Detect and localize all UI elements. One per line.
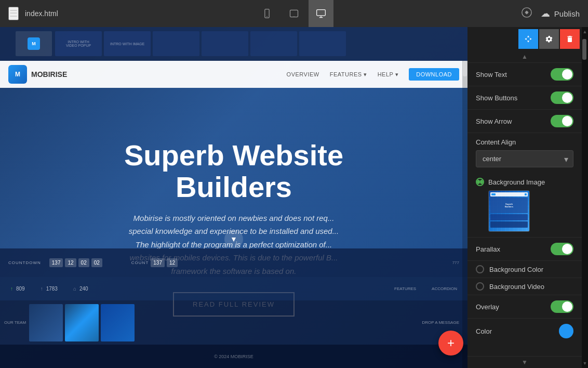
fab-add-btn[interactable]: +: [438, 331, 463, 356]
bg-video-radio[interactable]: [476, 282, 484, 291]
countdown-section: COUNTDOWN 137 12 02 02 COUNT 137 12 777: [0, 248, 467, 277]
parallax-row: Parallax: [467, 238, 582, 261]
show-arrow-row: Show Arrow: [467, 110, 582, 133]
outer-scroll-up[interactable]: ▲: [582, 27, 588, 36]
svg-rect-4: [317, 10, 326, 16]
outer-scrollbar: ▲ ▼: [582, 27, 588, 368]
bg-color-label: Background Color: [489, 266, 543, 273]
bg-image-radio[interactable]: [476, 178, 484, 186]
nav-help: HELP ▾: [378, 71, 399, 78]
mobile-device-btn[interactable]: [255, 0, 279, 27]
features-row: OUR TEAM DROP A MESSAGE: [0, 300, 467, 345]
show-text-row: Show Text: [467, 63, 582, 86]
delete-btn[interactable]: [560, 29, 580, 49]
nav-features: FEATURES ▾: [330, 71, 367, 78]
content-align-label: Content Align: [476, 138, 573, 146]
color-row: Color: [467, 319, 582, 344]
site-nav: OVERVIEW FEATURES ▾ HELP ▾ DOWNLOAD: [287, 68, 459, 81]
svg-point-3: [293, 16, 294, 17]
svg-point-1: [266, 16, 268, 17]
menu-icon[interactable]: ☰: [8, 7, 19, 20]
app-header: ☰ index.html ☁ Publish: [0, 0, 588, 27]
move-btn[interactable]: [518, 29, 538, 49]
show-buttons-label: Show Buttons: [476, 94, 517, 102]
bg-image-preview: SuperbBuilders: [489, 191, 529, 231]
site-navbar: M MOBIRISE OVERVIEW FEATURES ▾ HELP ▾ DO…: [0, 61, 467, 88]
panel-scroll-down[interactable]: ▼: [467, 356, 582, 368]
desktop-device-btn[interactable]: [309, 0, 333, 27]
canvas-scrollbar: [462, 61, 467, 368]
main-area: M INTRO WITHVIDEO POPUP INTRO WITH IMAGE: [0, 27, 588, 368]
canvas-content: Superb WebsiteBuilders Mobirise is mostl…: [0, 88, 467, 368]
footer-bar: © 2024 MOBIRISE: [0, 345, 467, 368]
show-arrow-label: Show Arrow: [476, 117, 512, 125]
fab-icon: +: [447, 336, 455, 350]
overlay-toggle[interactable]: [551, 300, 573, 313]
outer-scroll-track: [582, 36, 588, 359]
outer-scroll-down[interactable]: ▼: [582, 359, 588, 368]
tablet-device-btn[interactable]: [282, 0, 306, 27]
stats-row: ↑ 809 ↑ 1783 ⌂ 240 FEATURES Accordion: [0, 277, 467, 300]
background-image-section: Background Image SuperbBuilders: [467, 173, 582, 238]
scroll-down-arrow[interactable]: ▼: [224, 230, 243, 248]
overlay-row: Overlay: [467, 295, 582, 319]
filename: index.html: [25, 9, 58, 18]
right-panel: ▲ Show Text Show Buttons Show Arrow Cont…: [467, 27, 582, 368]
hero-title: Superb WebsiteBuilders: [124, 139, 343, 203]
show-text-label: Show Text: [476, 71, 507, 78]
background-color-row: Background Color: [467, 261, 582, 278]
svg-point-6: [525, 11, 528, 14]
settings-btn[interactable]: [539, 29, 559, 49]
content-align-select[interactable]: center left right: [476, 150, 573, 167]
thumbnail-strip: M INTRO WITHVIDEO POPUP INTRO WITH IMAGE: [0, 27, 467, 61]
site-logo-text: MOBIRISE: [31, 70, 67, 78]
bg-image-label: Background Image: [488, 178, 545, 186]
canvas[interactable]: M INTRO WITHVIDEO POPUP INTRO WITH IMAGE: [0, 27, 467, 368]
bg-video-label: Background Video: [489, 283, 544, 291]
content-align-section: Content Align center left right: [467, 133, 582, 173]
bg-image-row: Background Image: [476, 178, 573, 186]
show-text-toggle[interactable]: [551, 68, 573, 81]
svg-rect-2: [290, 10, 298, 17]
panel-scroll-up[interactable]: ▲: [467, 51, 582, 63]
background-video-row: Background Video: [467, 278, 582, 295]
bg-image-thumbnail[interactable]: SuperbBuilders: [488, 190, 530, 232]
site-logo: M MOBIRISE: [8, 65, 67, 84]
nav-overview: OVERVIEW: [287, 71, 319, 77]
cloud-icon: ☁: [541, 8, 550, 19]
outer-scroll-thumb: [582, 39, 586, 60]
logo-icon: M: [8, 65, 27, 84]
content-align-select-wrapper: center left right: [476, 150, 573, 167]
header-right: ☁ Publish: [521, 7, 580, 21]
overlay-label: Overlay: [476, 303, 499, 311]
show-buttons-toggle[interactable]: [551, 91, 573, 104]
color-label: Color: [476, 327, 492, 335]
panel-toolbar: [467, 27, 582, 51]
color-swatch[interactable]: [559, 324, 573, 338]
nav-download-btn[interactable]: DOWNLOAD: [409, 68, 459, 81]
parallax-toggle[interactable]: [551, 243, 573, 255]
device-switcher: [255, 0, 333, 27]
show-buttons-row: Show Buttons: [467, 86, 582, 110]
publish-label: Publish: [554, 9, 580, 18]
preview-btn[interactable]: [521, 7, 532, 21]
bg-color-radio[interactable]: [476, 265, 484, 273]
show-arrow-toggle[interactable]: [551, 115, 573, 127]
canvas-scroll-thumb: [463, 61, 467, 76]
parallax-label: Parallax: [476, 245, 500, 253]
publish-btn[interactable]: ☁ Publish: [541, 8, 580, 19]
